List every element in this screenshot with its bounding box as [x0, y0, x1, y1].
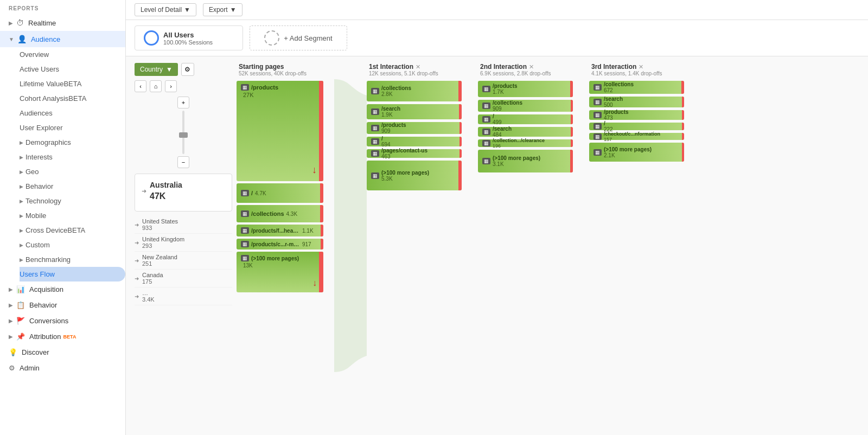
sidebar-item-audiences[interactable]: Audiences — [20, 106, 125, 120]
level-of-detail-button[interactable]: Level of Detail ▼ — [135, 3, 196, 16]
third-interaction-nodes: ▦ /collections 672 ▦ /search 500 — [589, 81, 690, 162]
country-list-item[interactable]: ➜ United States 933 — [135, 216, 232, 234]
connector-area — [334, 63, 367, 390]
flow-node[interactable]: ▦ /products 473 — [589, 110, 684, 120]
flow-node[interactable]: ▦ /collection.../clearance 196 — [478, 139, 573, 147]
sidebar-item-label: Cross Device — [25, 226, 67, 234]
country-dropdown-button[interactable]: Country ▼ — [135, 63, 178, 76]
sidebar-item-user-explorer[interactable]: User Explorer — [20, 120, 125, 135]
flow-node[interactable]: ▦ /products 1.7K — [478, 81, 573, 97]
sidebar-item-custom[interactable]: ▶ Custom — [20, 238, 125, 252]
settings-button[interactable]: ⚙ — [181, 63, 194, 76]
zoom-in-button[interactable]: + — [177, 97, 189, 108]
country-info: United States 933 — [142, 218, 178, 231]
home-nav-button[interactable]: ⌂ — [150, 80, 162, 92]
country-list: ➜ United States 933 ➜ United Kingdom 293 — [135, 216, 232, 305]
flow-node[interactable]: ▦ /checkout/c...nformation 157 — [589, 133, 684, 140]
sidebar-item-overview[interactable]: Overview — [20, 47, 125, 62]
sidebar-item-label: Admin — [20, 364, 40, 372]
sidebar-item-demographics[interactable]: ▶ Demographics — [20, 135, 125, 150]
behavior-icon: 📋 — [16, 301, 25, 309]
flow-node[interactable]: ▦ /search 1.9K — [367, 104, 462, 119]
sidebar-item-benchmarking[interactable]: ▶ Benchmarking — [20, 252, 125, 267]
country-list-item[interactable]: ➜ New Zealand 251 — [135, 252, 232, 270]
flow-node-headphones[interactable]: ▦ /products/f...headphones 1.1K — [237, 225, 323, 236]
flow-node[interactable]: ▦ /pages/contact-us 463 — [367, 149, 462, 158]
flow-node[interactable]: ▦ /search 484 — [478, 127, 573, 137]
flow-node-slash[interactable]: ▦ / 4.7K — [237, 183, 323, 203]
node-label: (>100 more pages) — [251, 255, 299, 261]
node-count: 4.7K — [255, 190, 266, 196]
attribution-icon: 📌 — [16, 332, 25, 341]
node-info: /collections 909 — [493, 100, 522, 112]
country-list-item[interactable]: ➜ Canada 175 — [135, 270, 232, 287]
sidebar-item-discover[interactable]: 💡 Discover — [0, 344, 125, 360]
sidebar-item-admin[interactable]: ⚙ Admin — [0, 360, 125, 376]
flow-node-collections[interactable]: ▦ /collections 4.3K — [237, 205, 323, 222]
sidebar-item-label: Users Flow — [20, 270, 55, 278]
sidebar-item-users-flow[interactable]: Users Flow — [20, 267, 125, 282]
sidebar-item-interests[interactable]: ▶ Interests — [20, 150, 125, 164]
zoom-controls: + − — [135, 97, 232, 168]
sidebar-item-cross-device[interactable]: ▶ Cross Device BETA — [20, 223, 125, 238]
next-nav-button[interactable]: › — [165, 80, 177, 92]
prev-nav-button[interactable]: ‹ — [135, 80, 146, 92]
flow-node[interactable]: ▦ /collections 2.8K — [367, 81, 462, 101]
discover-icon: 💡 — [9, 348, 17, 356]
flow-node[interactable]: ▦ / 222 — [589, 123, 684, 130]
page-icon: ▦ — [593, 112, 602, 118]
add-segment-chip[interactable]: + Add Segment — [250, 25, 347, 50]
flow-node[interactable]: ▦ /collections 909 — [478, 100, 573, 112]
export-label: Export — [209, 6, 228, 14]
country-list-item[interactable]: ➜ United Kingdom 293 — [135, 234, 232, 252]
flow-area[interactable]: Country ▼ ⚙ ‹ ⌂ › — [126, 56, 868, 435]
add-segment-circle-icon — [264, 30, 279, 46]
flow-node-more-pages-big[interactable]: ▦ (>100 more pages) 13K ↓ — [237, 252, 323, 292]
node-info: / 694 — [381, 136, 391, 148]
arrow-icon: ▶ — [20, 184, 23, 189]
flow-node-more[interactable]: ▦ (>100 more pages) 3.1K — [478, 150, 573, 172]
sidebar-item-geo[interactable]: ▶ Geo — [20, 164, 125, 179]
flow-node-more[interactable]: ▦ (>100 more pages) 2.1K — [589, 143, 684, 162]
node-count: 1.1K — [302, 228, 314, 234]
close-icon[interactable]: ✕ — [639, 63, 643, 71]
zoom-out-button[interactable]: − — [177, 156, 189, 168]
arrow-icon: ▶ — [9, 20, 13, 26]
arrow-icon: ▶ — [9, 334, 13, 340]
export-button[interactable]: Export ▼ — [203, 3, 242, 16]
flow-node[interactable]: ▦ / 499 — [478, 114, 573, 124]
all-users-segment[interactable]: All Users 100.00% Sessions — [135, 25, 243, 50]
page-icon: ▦ — [593, 133, 602, 140]
country-panel: Country ▼ ⚙ ‹ ⌂ › — [135, 63, 232, 305]
close-icon[interactable]: ✕ — [416, 63, 420, 71]
sidebar-item-conversions[interactable]: ▶ 🚩 Conversions — [0, 313, 125, 329]
sidebar-item-mobile[interactable]: ▶ Mobile — [20, 208, 125, 223]
close-icon[interactable]: ✕ — [529, 63, 534, 71]
sidebar-item-cohort-analysis[interactable]: Cohort Analysis BETA — [20, 91, 125, 106]
country-dropdown-label: Country — [140, 66, 163, 73]
plus-icon: + — [182, 99, 185, 106]
sidebar-item-technology[interactable]: ▶ Technology — [20, 194, 125, 208]
sidebar-item-acquisition[interactable]: ▶ 📊 Acquisition — [0, 282, 125, 297]
flow-node[interactable]: ▦ / 694 — [367, 137, 462, 146]
sidebar-item-label: Cohort Analysis — [20, 94, 68, 103]
flow-node-more[interactable]: ▦ (>100 more pages) 5.3K — [367, 161, 462, 190]
flow-node[interactable]: ▦ /products 909 — [367, 122, 462, 134]
sidebar-item-behavior[interactable]: ▶ Behavior — [20, 179, 125, 194]
sidebar-item-realtime[interactable]: ▶ ⏱ Realtime — [0, 15, 125, 31]
flow-node-products-big[interactable]: ▦ /products 27K ↓ — [237, 81, 323, 181]
page-icon: ▦ — [371, 138, 379, 145]
dropoff-bar — [459, 104, 462, 119]
dropoff-bar — [682, 133, 684, 140]
flow-node-monitors[interactable]: ▦ /products/c...r-monitors 917 — [237, 239, 323, 250]
country-list-item[interactable]: ➜ … 3.4K — [135, 287, 232, 305]
arrow-icon: ▼ — [9, 36, 14, 42]
page-icon: ▦ — [241, 255, 249, 261]
sidebar-item-active-users[interactable]: Active Users — [20, 62, 125, 76]
flow-node[interactable]: ▦ /search 500 — [589, 97, 684, 107]
sidebar-item-lifetime-value[interactable]: Lifetime Value BETA — [20, 76, 125, 91]
sidebar-item-attribution[interactable]: ▶ 📌 Attribution BETA — [0, 329, 125, 344]
sidebar-item-audience[interactable]: ▼ 👤 Audience — [0, 31, 125, 47]
sidebar-item-behavior-top[interactable]: ▶ 📋 Behavior — [0, 297, 125, 313]
flow-node[interactable]: ▦ /collections 672 — [589, 81, 684, 94]
